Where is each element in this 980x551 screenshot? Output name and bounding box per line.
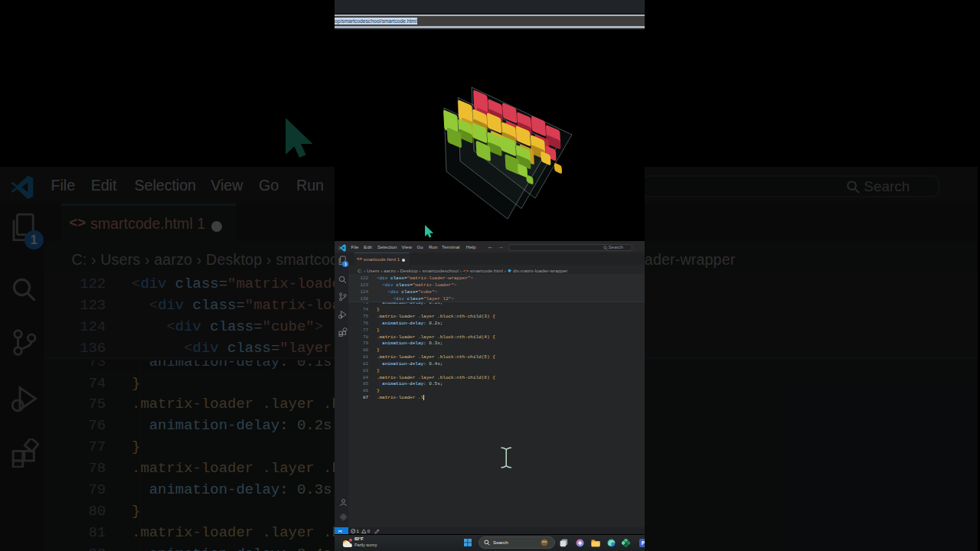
svg-text:1: 1 (356, 529, 359, 533)
svg-text:0: 0 (367, 529, 370, 533)
